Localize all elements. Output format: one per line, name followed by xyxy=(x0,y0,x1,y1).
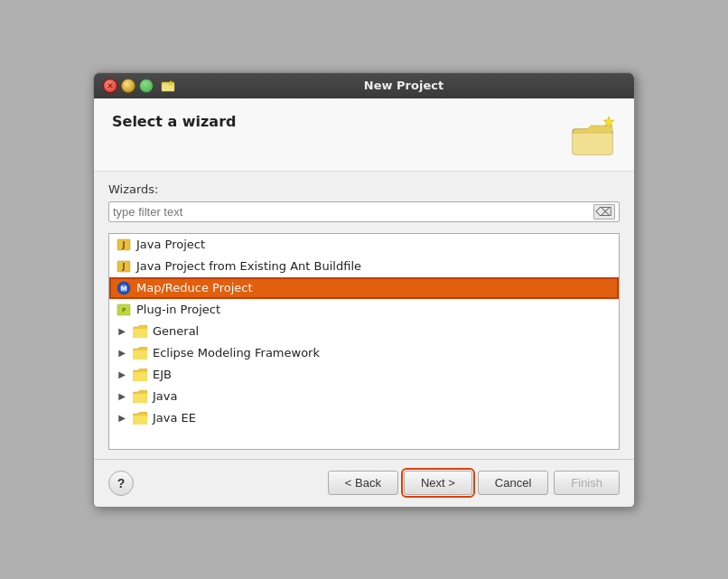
eclipse-modeling-group-icon xyxy=(133,346,147,360)
eclipse-modeling-group-label: Eclipse Modeling Framework xyxy=(153,346,320,360)
header-title: Select a wizard xyxy=(112,113,237,130)
finish-button[interactable]: Finish xyxy=(554,471,620,495)
cancel-button[interactable]: Cancel xyxy=(478,471,548,495)
list-item-java-ant-project[interactable]: J Java Project from Existing Ant Buildfi… xyxy=(109,256,619,277)
list-item-java-ee-group[interactable]: ▶ Java EE xyxy=(109,407,619,429)
java-project-icon: J xyxy=(117,238,131,252)
svg-text:P: P xyxy=(122,307,126,314)
svg-text:M: M xyxy=(121,285,127,293)
general-group-icon xyxy=(133,324,147,339)
expand-arrow-general: ▶ xyxy=(117,326,127,337)
header-icon xyxy=(569,113,616,160)
window-icon xyxy=(161,79,175,93)
list-item-java-project[interactable]: J Java Project xyxy=(109,234,619,256)
back-button[interactable]: < Back xyxy=(328,471,398,495)
java-project-label: Java Project xyxy=(136,238,205,251)
svg-marker-5 xyxy=(603,117,614,126)
minimize-button[interactable] xyxy=(121,79,135,93)
java-ee-group-label: Java EE xyxy=(153,411,196,425)
header-section: Select a wizard xyxy=(94,98,634,172)
wizard-list[interactable]: J Java Project J Java Project from Exist… xyxy=(108,233,620,450)
svg-rect-4 xyxy=(573,133,612,154)
list-item-mapreduce-project[interactable]: M Map/Reduce Project xyxy=(109,277,619,299)
plugin-project-icon: P xyxy=(117,303,131,317)
close-button[interactable]: ✕ xyxy=(103,79,117,93)
expand-arrow-java-group: ▶ xyxy=(117,391,127,402)
java-ant-project-icon: J xyxy=(117,259,131,274)
list-item-eclipse-modeling[interactable]: ▶ Eclipse Modeling Framework xyxy=(109,342,619,364)
maximize-button[interactable] xyxy=(139,79,154,93)
wizards-section: Wizards: ⌫ xyxy=(94,172,634,233)
java-group-icon xyxy=(133,389,147,404)
help-button[interactable]: ? xyxy=(108,471,134,496)
java-ee-group-icon xyxy=(133,411,147,425)
list-item-java-group[interactable]: ▶ Java xyxy=(109,386,619,407)
list-item-plugin-project[interactable]: P Plug-in Project xyxy=(109,299,619,321)
mapreduce-project-icon: M xyxy=(117,281,131,295)
titlebar-buttons: ✕ xyxy=(103,79,154,93)
next-button[interactable]: Next > xyxy=(404,471,472,495)
filter-input[interactable] xyxy=(113,205,593,219)
wizard-icon xyxy=(569,113,616,160)
wizards-label: Wizards: xyxy=(108,182,620,196)
ejb-group-label: EJB xyxy=(153,368,172,381)
new-project-dialog: ✕ New Project Select a wizard Wizar xyxy=(93,72,635,508)
expand-arrow-eclipse-modeling: ▶ xyxy=(117,348,127,359)
plugin-project-label: Plug-in Project xyxy=(136,303,220,316)
list-item-general[interactable]: ▶ General xyxy=(109,321,619,342)
svg-text:J: J xyxy=(122,263,126,271)
svg-text:J: J xyxy=(122,241,126,249)
expand-arrow-ejb: ▶ xyxy=(117,369,127,380)
titlebar: ✕ New Project xyxy=(94,73,634,98)
ejb-group-icon xyxy=(133,368,147,382)
footer-buttons: ? < Back Next > Cancel Finish xyxy=(94,459,634,507)
expand-arrow-java-ee-group: ▶ xyxy=(117,413,127,424)
general-group-label: General xyxy=(153,324,199,338)
mapreduce-project-label: Map/Reduce Project xyxy=(136,281,253,294)
window-title: New Project xyxy=(182,79,625,92)
list-item-ejb[interactable]: ▶ EJB xyxy=(109,364,619,386)
java-group-label: Java xyxy=(153,389,177,403)
filter-row: ⌫ xyxy=(108,201,620,222)
footer-left: ? xyxy=(108,471,134,496)
filter-clear-button[interactable]: ⌫ xyxy=(593,204,615,219)
java-ant-project-label: Java Project from Existing Ant Buildfile xyxy=(136,259,361,273)
